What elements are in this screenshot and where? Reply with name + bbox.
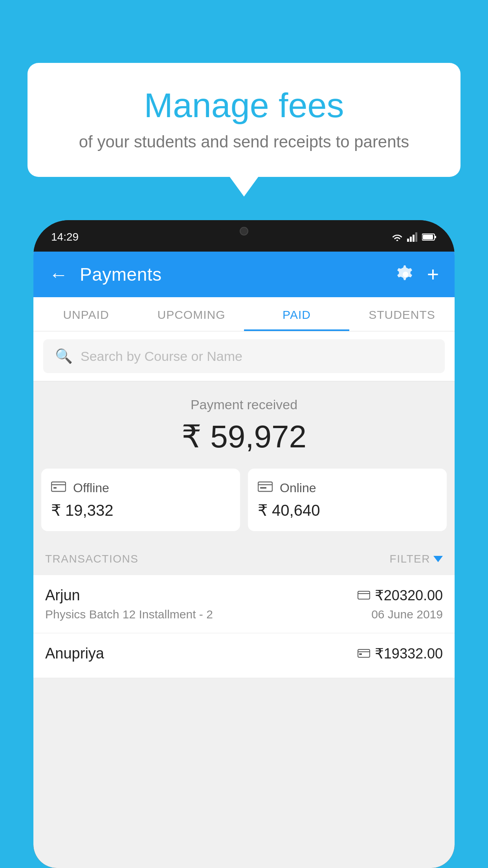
speech-bubble: Manage fees of your students and send re… <box>28 63 460 177</box>
page-title: Payments <box>80 264 384 285</box>
search-input[interactable]: Search by Course or Name <box>81 349 242 364</box>
transaction-date: 06 June 2019 <box>371 608 443 621</box>
transaction-amount-wrap: ₹19332.00 <box>358 645 443 662</box>
svg-rect-6 <box>423 235 433 239</box>
transaction-name: Anupriya <box>45 645 104 662</box>
transactions-header: TRANSACTIONS FILTER <box>33 543 455 575</box>
status-time: 14:29 <box>51 231 79 243</box>
offline-card: Offline ₹ 19,332 <box>41 469 240 531</box>
online-card: Online ₹ 40,640 <box>248 469 447 531</box>
transaction-name: Arjun <box>45 587 80 604</box>
svg-rect-7 <box>51 482 66 491</box>
svg-rect-10 <box>258 482 272 491</box>
settings-icon[interactable] <box>396 265 415 284</box>
signal-icon <box>407 232 419 242</box>
tab-students[interactable]: STUDENTS <box>349 297 455 331</box>
payment-total-amount: ₹ 59,972 <box>45 418 443 455</box>
svg-rect-3 <box>415 232 417 242</box>
online-icon <box>258 480 273 495</box>
status-bar: 14:29 <box>33 220 455 252</box>
svg-rect-2 <box>413 235 415 242</box>
search-container: 🔍 Search by Course or Name <box>33 331 455 381</box>
status-icons <box>391 232 437 242</box>
tab-upcoming[interactable]: UPCOMING <box>139 297 244 331</box>
transaction-course: Physics Batch 12 Installment - 2 <box>45 608 213 621</box>
header-actions: + <box>396 263 439 286</box>
phone-frame: 14:29 <box>33 220 455 868</box>
svg-rect-5 <box>435 236 436 238</box>
tab-bar: UNPAID UPCOMING PAID STUDENTS <box>33 297 455 331</box>
online-amount: ₹ 40,640 <box>258 501 437 519</box>
offline-payment-icon <box>358 647 370 660</box>
payment-cards: Offline ₹ 19,332 Online ₹ 40,640 <box>33 469 455 543</box>
payment-summary: Payment received ₹ 59,972 <box>33 381 455 469</box>
transactions-label: TRANSACTIONS <box>45 553 138 565</box>
card-payment-icon <box>358 589 370 602</box>
table-row: Arjun ₹20320.00 Physics Batch 12 Install… <box>33 575 455 633</box>
wifi-icon <box>391 232 404 242</box>
transaction-amount: ₹19332.00 <box>375 645 443 662</box>
app-header: ← Payments + <box>33 252 455 297</box>
tab-unpaid[interactable]: UNPAID <box>33 297 139 331</box>
svg-rect-17 <box>359 653 362 655</box>
battery-icon <box>422 233 437 241</box>
offline-amount: ₹ 19,332 <box>51 501 230 519</box>
add-button[interactable]: + <box>427 263 439 286</box>
table-row: Anupriya ₹19332.00 <box>33 633 455 678</box>
transaction-amount-wrap: ₹20320.00 <box>358 587 443 604</box>
phone-notch <box>220 220 268 242</box>
search-box[interactable]: 🔍 Search by Course or Name <box>43 339 445 373</box>
svg-rect-12 <box>260 487 266 489</box>
filter-icon <box>433 556 443 562</box>
offline-label: Offline <box>73 481 109 495</box>
svg-rect-1 <box>410 237 412 242</box>
bubble-subtitle: of your students and send receipts to pa… <box>51 132 437 151</box>
bubble-title: Manage fees <box>51 86 437 125</box>
tab-paid[interactable]: PAID <box>244 297 349 331</box>
phone-screen: ← Payments + UNPAID UPCOMING PAID STUDEN… <box>33 252 455 868</box>
offline-icon <box>51 480 66 495</box>
back-button[interactable]: ← <box>49 264 68 285</box>
payment-received-label: Payment received <box>45 397 443 412</box>
search-icon: 🔍 <box>55 348 73 364</box>
svg-rect-9 <box>53 487 57 489</box>
svg-rect-0 <box>407 239 409 242</box>
online-label: Online <box>280 481 316 495</box>
filter-button[interactable]: FILTER <box>390 553 443 565</box>
transaction-amount: ₹20320.00 <box>375 587 443 604</box>
front-camera <box>240 227 248 235</box>
svg-rect-13 <box>358 591 370 599</box>
